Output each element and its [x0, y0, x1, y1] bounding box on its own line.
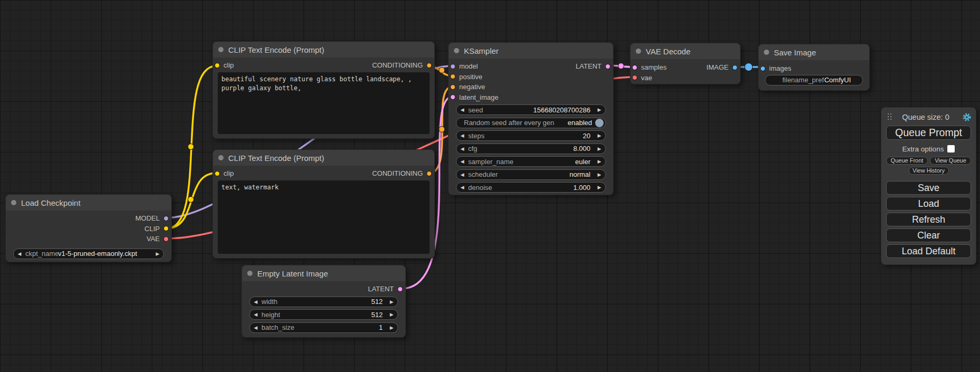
load-default-button[interactable]: Load Default: [886, 244, 971, 258]
input-slot-model[interactable]: [450, 64, 455, 69]
node-header[interactable]: Save Image: [759, 44, 869, 60]
widget-steps[interactable]: ◀ steps 20 ▶: [456, 130, 606, 141]
increment-arrow-icon[interactable]: ▶: [594, 169, 605, 180]
collapse-dot-icon[interactable]: [454, 48, 459, 53]
collapse-dot-icon[interactable]: [636, 49, 641, 54]
decrement-arrow-icon[interactable]: ◀: [250, 309, 261, 320]
widget-filename-prefix[interactable]: filename_prefix ComfyUI: [765, 75, 863, 85]
node-header[interactable]: KSampler: [449, 43, 613, 59]
decrement-arrow-icon[interactable]: ◀: [457, 182, 468, 193]
queue-front-button[interactable]: Queue Front: [886, 157, 928, 165]
decrement-arrow-icon[interactable]: ◀: [457, 104, 468, 115]
settings-gear-icon[interactable]: [963, 113, 971, 121]
output-label: LATENT: [576, 62, 601, 70]
node-header[interactable]: CLIP Text Encode (Prompt): [213, 42, 434, 58]
input-slot-negative[interactable]: [450, 84, 455, 90]
collapse-dot-icon[interactable]: [247, 271, 253, 276]
collapse-dot-icon[interactable]: [218, 47, 224, 52]
input-slot-samples[interactable]: [632, 65, 637, 70]
decrement-arrow-icon[interactable]: ◀: [14, 249, 25, 259]
increment-arrow-icon[interactable]: ▶: [594, 156, 605, 167]
output-slot-image[interactable]: [732, 65, 738, 70]
node-title: CLIP Text Encode (Prompt): [228, 45, 324, 54]
clear-button[interactable]: Clear: [886, 228, 971, 242]
node-clip-text-encode-negative[interactable]: CLIP Text Encode (Prompt) clip CONDITION…: [212, 149, 435, 259]
decrement-arrow-icon[interactable]: ◀: [457, 144, 468, 154]
collapse-dot-icon[interactable]: [218, 155, 224, 160]
toggle-icon[interactable]: [595, 119, 604, 127]
widget-random-seed-toggle[interactable]: Random seed after every gen enabled: [456, 118, 606, 128]
prompt-textarea[interactable]: beautiful scenery nature glass bottle la…: [218, 72, 430, 134]
link-dot[interactable]: [618, 63, 624, 69]
collapse-dot-icon[interactable]: [11, 200, 16, 205]
node-clip-text-encode-positive[interactable]: CLIP Text Encode (Prompt) clip CONDITION…: [212, 41, 435, 139]
widget-scheduler[interactable]: ◀ scheduler normal ▶: [456, 169, 606, 180]
increment-arrow-icon[interactable]: ▶: [594, 182, 605, 193]
node-load-checkpoint[interactable]: Load Checkpoint MODEL CLIP VAE ◀ ckpt_na…: [5, 194, 172, 262]
node-title: Save Image: [774, 48, 816, 57]
node-save-image[interactable]: Save Image images filename_prefix ComfyU…: [758, 44, 870, 91]
input-slot-images[interactable]: [760, 66, 765, 71]
link-dot[interactable]: [439, 127, 445, 132]
input-slot-positive[interactable]: [450, 74, 455, 79]
output-slot-model[interactable]: [163, 216, 169, 221]
output-label: VAE: [147, 235, 160, 243]
input-slot-vae[interactable]: [632, 75, 637, 80]
node-title: KSampler: [464, 46, 499, 55]
decrement-arrow-icon[interactable]: ◀: [250, 322, 261, 333]
extra-options-label: Extra options: [903, 145, 944, 153]
node-header[interactable]: Load Checkpoint: [6, 195, 171, 211]
increment-arrow-icon[interactable]: ▶: [386, 297, 397, 307]
decrement-arrow-icon[interactable]: ◀: [250, 297, 261, 307]
widget-batch-size[interactable]: ◀ batch_size 1 ▶: [249, 322, 398, 333]
output-slot-latent[interactable]: [397, 287, 403, 292]
node-header[interactable]: Empty Latent Image: [242, 265, 405, 281]
decrement-arrow-icon[interactable]: ◀: [457, 156, 468, 167]
widget-height[interactable]: ◀ height 512 ▶: [249, 309, 398, 320]
view-queue-button[interactable]: View Queue: [930, 157, 971, 165]
widget-width[interactable]: ◀ width 512 ▶: [249, 297, 398, 307]
node-vae-decode[interactable]: VAE Decode samples IMAGE vae: [630, 43, 741, 84]
output-slot-latent[interactable]: [605, 64, 610, 69]
increment-arrow-icon[interactable]: ▶: [386, 309, 397, 320]
widget-cfg[interactable]: ◀ cfg 8.000 ▶: [456, 144, 606, 154]
view-history-button[interactable]: View History: [909, 167, 949, 175]
input-slot-clip[interactable]: [215, 63, 220, 68]
output-slot-conditioning[interactable]: [426, 171, 432, 176]
save-button[interactable]: Save: [886, 181, 971, 195]
increment-arrow-icon[interactable]: ▶: [594, 144, 605, 154]
link-dot[interactable]: [188, 144, 194, 150]
collapse-dot-icon[interactable]: [764, 50, 769, 55]
node-empty-latent-image[interactable]: Empty Latent Image LATENT ◀ width 512 ▶ …: [241, 265, 406, 338]
link-dot[interactable]: [745, 63, 753, 71]
queue-prompt-button[interactable]: Queue Prompt: [886, 126, 971, 140]
increment-arrow-icon[interactable]: ▶: [594, 104, 605, 115]
link-dot[interactable]: [439, 68, 445, 73]
widget-denoise[interactable]: ◀ denoise 1.000 ▶: [456, 182, 606, 193]
input-label: vae: [641, 74, 652, 82]
prompt-textarea[interactable]: text, watermark: [218, 180, 430, 254]
increment-arrow-icon[interactable]: ▶: [386, 322, 397, 333]
increment-arrow-icon[interactable]: ▶: [152, 249, 163, 259]
output-label: CONDITIONING: [372, 61, 423, 69]
input-slot-clip[interactable]: [215, 171, 220, 176]
extra-options-checkbox[interactable]: [947, 145, 955, 152]
output-slot-conditioning[interactable]: [426, 63, 432, 68]
widget-sampler-name[interactable]: ◀ sampler_name euler ▶: [456, 156, 606, 167]
decrement-arrow-icon[interactable]: ◀: [457, 169, 468, 180]
output-slot-clip[interactable]: [163, 226, 169, 231]
increment-arrow-icon[interactable]: ▶: [594, 130, 605, 141]
output-label: IMAGE: [706, 63, 729, 71]
output-slot-vae[interactable]: [163, 236, 169, 242]
input-slot-latent-image[interactable]: [450, 94, 455, 100]
widget-seed[interactable]: ◀ seed 156680208700286 ▶: [456, 104, 606, 115]
node-header[interactable]: CLIP Text Encode (Prompt): [213, 150, 434, 166]
refresh-button[interactable]: Refresh: [886, 213, 971, 226]
node-header[interactable]: VAE Decode: [630, 43, 740, 59]
node-ksampler[interactable]: KSampler model LATENT positive negative …: [448, 42, 614, 195]
widget-ckpt-name[interactable]: ◀ ckpt_name v1-5-pruned-emaonly.ckpt ▶: [13, 249, 164, 259]
load-button[interactable]: Load: [886, 197, 971, 211]
link-dot[interactable]: [188, 197, 194, 203]
output-label: MODEL: [135, 214, 160, 222]
decrement-arrow-icon[interactable]: ◀: [457, 130, 468, 141]
